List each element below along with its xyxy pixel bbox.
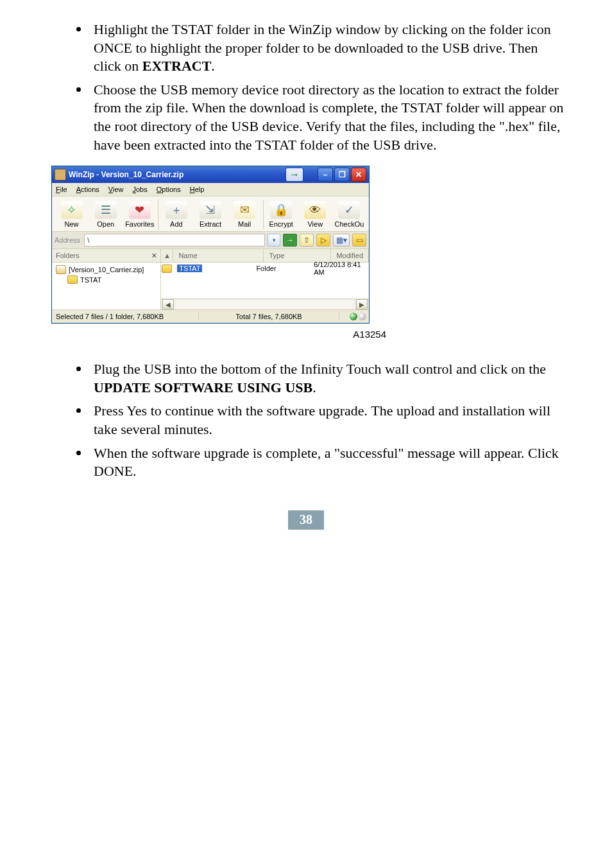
list-item: Choose the USB memory device root direct… [90,80,567,154]
mail-icon: ✉ [234,201,255,219]
toolbar: ✧New ☰Open ❤Favorites ＋Add ⇲Extract ✉Mai… [52,196,369,232]
status-selected: Selected 7 files / 1 folder, 7,680KB [52,313,199,320]
col-type[interactable]: Type [264,249,331,262]
open-folder-button[interactable]: ▷ [316,234,330,247]
new-icon: ✧ [61,201,83,219]
menu-help[interactable]: Help [190,186,205,193]
extract-icon: ⇲ [200,201,221,219]
favorites-icon: ❤ [129,201,151,219]
status-dot-green-icon [350,313,357,320]
col-sort[interactable]: ▲ [161,249,173,262]
text: . [211,58,215,74]
list-item: Highlight the TSTAT folder in the WinZip… [90,19,567,76]
status-dot-grey-icon [359,313,366,320]
winzip-icon [55,169,66,180]
nav-arrow-button[interactable]: → [285,168,303,182]
figure-label: A13254 [0,329,386,340]
scroll-right-button[interactable]: ▶ [356,299,368,309]
instruction-list-top: Highlight the TSTAT folder in the WinZip… [45,19,567,154]
view-button[interactable]: 👁View [298,199,332,230]
page-number: 38 [288,510,324,530]
menu-jobs[interactable]: Jobs [133,186,148,193]
text: When the software upgrade is complete, a… [94,445,559,480]
tree-root[interactable]: [Version_10_Carrier.zip] [56,265,157,274]
add-button[interactable]: ＋Add [158,199,193,230]
add-icon: ＋ [166,201,187,219]
folder-tree: [Version_10_Carrier.zip] TSTAT [52,263,160,309]
folder-button[interactable]: ▭ [352,234,366,247]
text: Choose the USB memory device root direct… [94,82,564,153]
folders-pane-title: Folders [56,252,80,259]
open-button[interactable]: ☰Open [89,199,123,230]
checkout-icon: ✓ [338,201,360,219]
list-item: When the software upgrade is complete, a… [90,443,567,481]
minimize-button[interactable]: – [318,168,333,182]
folder-icon [67,275,78,284]
table-row[interactable]: TSTAT Folder 6/12/2013 8:41 AM [161,263,369,274]
address-input[interactable]: \ [84,234,265,247]
title-bar[interactable]: WinZip - Version_10_Carrier.zip → – ❐ ✕ [52,166,369,183]
encrypt-button[interactable]: 🔒Encrypt [263,199,298,230]
list-item: Plug the USB into the bottom of the Infi… [90,359,567,397]
text: Press Yes to continue with the software … [94,403,550,437]
list-item: Press Yes to continue with the software … [90,401,567,438]
scroll-track[interactable] [175,300,355,309]
status-total: Total 7 files, 7,680KB [199,313,339,320]
row-name: TSTAT [177,265,202,272]
up-folder-button[interactable]: ⇧ [300,234,314,247]
text-bold: EXTRACT [142,58,212,74]
view-icon: 👁 [304,201,326,219]
scroll-left-button[interactable]: ◀ [162,299,174,309]
extract-button[interactable]: ⇲Extract [193,199,227,230]
horizontal-scrollbar[interactable]: ◀ ▶ [161,299,369,309]
file-list-pane: ▲ Name Type Modified TSTAT Folder 6/12/2… [161,249,369,309]
text: Plug the USB into the bottom of the Infi… [94,361,546,377]
col-name[interactable]: Name [173,249,264,262]
menu-actions[interactable]: Actions [76,186,99,193]
window-title: WinZip - Version_10_Carrier.zip [69,170,183,179]
views-button[interactable]: ▦▾ [333,234,350,247]
address-bar: Address \ ▾ → ⇧ ▷ ▦▾ ▭ [52,232,369,249]
menu-file[interactable]: File [56,186,67,193]
mail-button[interactable]: ✉Mail [228,199,262,230]
folders-pane-close[interactable]: × [151,250,157,261]
favorites-button[interactable]: ❤Favorites [123,199,157,230]
text: . [312,379,316,395]
zip-icon [56,265,66,274]
close-button[interactable]: ✕ [351,168,366,182]
encrypt-icon: 🔒 [270,201,292,219]
menu-view[interactable]: View [108,186,124,193]
maximize-button[interactable]: ❐ [334,168,350,182]
text-bold: UPDATE SOFTWARE USING USB [94,379,312,395]
address-dropdown-button[interactable]: ▾ [268,234,280,247]
address-label: Address [55,236,80,244]
checkout-button[interactable]: ✓CheckOu [332,199,366,230]
folder-icon [162,265,172,273]
status-bar: Selected 7 files / 1 folder, 7,680KB Tot… [52,309,369,323]
row-type: Folder [251,265,309,272]
go-button[interactable]: → [283,234,297,247]
folders-pane: Folders × [Version_10_Carrier.zip] TSTAT [52,249,161,309]
col-modified[interactable]: Modified [331,249,369,262]
menu-options[interactable]: Options [157,186,181,193]
new-button[interactable]: ✧New [55,199,89,230]
winzip-window: WinZip - Version_10_Carrier.zip → – ❐ ✕ … [51,166,370,324]
instruction-list-bottom: Plug the USB into the bottom of the Infi… [45,359,567,481]
tree-child[interactable]: TSTAT [56,275,157,284]
open-icon: ☰ [95,201,117,219]
menu-bar: File Actions View Jobs Options Help [52,183,369,196]
